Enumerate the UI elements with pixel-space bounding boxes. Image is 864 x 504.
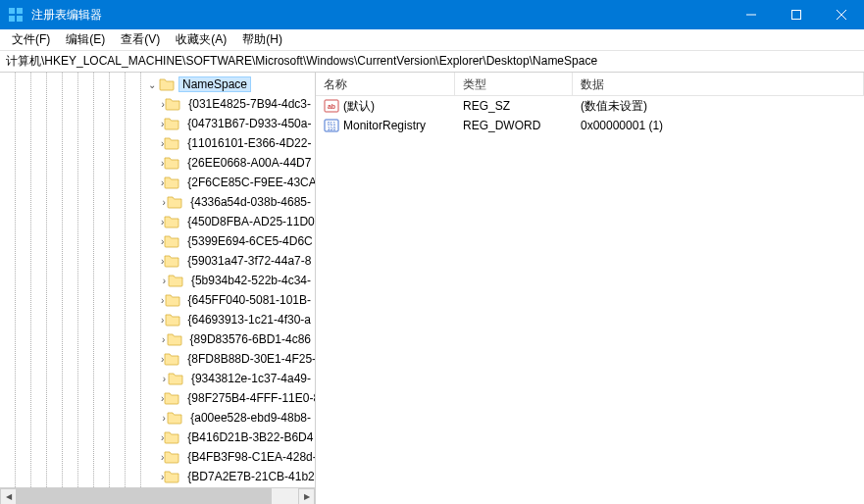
tree-pane: ⌄NameSpace›{031E4825-7B94-4dc3-›{04731B6… bbox=[0, 73, 316, 504]
tree-node-label: {5b934b42-522b-4c34- bbox=[187, 273, 315, 288]
menu-favorites[interactable]: 收藏夹(A) bbox=[168, 29, 234, 50]
tree-node-label: {B416D21B-3B22-B6D4 bbox=[183, 429, 315, 445]
address-bar[interactable]: 计算机\HKEY_LOCAL_MACHINE\SOFTWARE\Microsof… bbox=[0, 51, 864, 73]
maximize-button[interactable] bbox=[774, 0, 819, 29]
app-icon bbox=[8, 7, 24, 23]
scroll-track[interactable] bbox=[17, 488, 298, 505]
tree-node[interactable]: ›{5399E694-6CE5-4D6C bbox=[0, 231, 315, 251]
tree-node[interactable]: ›{4336a54d-038b-4685- bbox=[0, 192, 315, 212]
tree-node[interactable]: ›{2F6CE85C-F9EE-43CA- bbox=[0, 173, 315, 192]
svg-rect-5 bbox=[792, 11, 801, 20]
value-name: MonitorRegistry bbox=[343, 119, 426, 132]
tree-node-label: {450D8FBA-AD25-11D0 bbox=[183, 214, 315, 229]
tree-node[interactable]: ›{8FD8B88D-30E1-4F25- bbox=[0, 349, 315, 369]
tree-node[interactable]: ›{9343812e-1c37-4a49- bbox=[0, 369, 315, 388]
tree-node-label: {9343812e-1c37-4a49- bbox=[187, 371, 315, 386]
scroll-right-button[interactable]: ▶ bbox=[298, 488, 315, 505]
folder-icon bbox=[164, 430, 179, 444]
tree-node[interactable]: ›{B4FB3F98-C1EA-428d- bbox=[0, 447, 315, 467]
folder-icon bbox=[164, 450, 179, 464]
value-row[interactable]: ab(默认)REG_SZ(数值未设置) bbox=[316, 96, 864, 116]
minimize-button[interactable] bbox=[729, 0, 774, 29]
value-data: 0x00000001 (1) bbox=[573, 119, 864, 132]
close-button[interactable] bbox=[819, 0, 864, 29]
folder-icon bbox=[164, 391, 179, 405]
tree-node[interactable]: ›{B416D21B-3B22-B6D4 bbox=[0, 428, 315, 447]
svg-text:110: 110 bbox=[328, 126, 336, 131]
svg-rect-1 bbox=[17, 8, 23, 14]
folder-icon bbox=[167, 195, 182, 209]
scroll-left-button[interactable]: ◀ bbox=[0, 488, 17, 505]
title-bar: 注册表编辑器 bbox=[0, 0, 864, 29]
tree-node[interactable]: ›{98F275B4-4FFF-11E0-8 bbox=[0, 388, 315, 408]
expand-icon[interactable]: › bbox=[161, 276, 168, 286]
svg-rect-0 bbox=[9, 8, 15, 14]
menu-view[interactable]: 查看(V) bbox=[113, 29, 168, 50]
tree-node-label: {59031a47-3f72-44a7-8 bbox=[183, 253, 315, 269]
folder-icon bbox=[164, 117, 179, 130]
tree-node-label: {a00ee528-ebd9-48b8- bbox=[186, 410, 315, 426]
tree-node[interactable]: ›{89D83576-6BD1-4c86 bbox=[0, 329, 315, 349]
svg-text:ab: ab bbox=[328, 103, 335, 110]
tree-node-label: {BD7A2E7B-21CB-41b2 bbox=[183, 469, 315, 484]
menu-bar: 文件(F) 编辑(E) 查看(V) 收藏夹(A) 帮助(H) bbox=[0, 29, 864, 51]
svg-rect-3 bbox=[17, 16, 23, 22]
folder-icon bbox=[167, 411, 182, 425]
tree-node[interactable]: ›{450D8FBA-AD25-11D0 bbox=[0, 212, 315, 231]
tree-node-label: {4336a54d-038b-4685- bbox=[186, 194, 315, 210]
menu-edit[interactable]: 编辑(E) bbox=[58, 29, 113, 50]
folder-icon bbox=[168, 274, 183, 287]
folder-icon bbox=[165, 313, 180, 327]
tree-node-label: {5399E694-6CE5-4D6C bbox=[183, 233, 315, 249]
value-type: REG_DWORD bbox=[455, 119, 573, 132]
folder-icon bbox=[164, 254, 179, 268]
tree-node[interactable]: ›{031E4825-7B94-4dc3- bbox=[0, 94, 315, 114]
binary-value-icon: 011110 bbox=[324, 118, 339, 133]
value-name: (默认) bbox=[343, 98, 375, 115]
folder-icon bbox=[164, 136, 179, 150]
window-title: 注册表编辑器 bbox=[31, 7, 729, 24]
tree-node-label: {64693913-1c21-4f30-a bbox=[184, 312, 315, 328]
folder-icon bbox=[168, 372, 183, 385]
scroll-thumb[interactable] bbox=[17, 488, 272, 505]
values-header: 名称 类型 数据 bbox=[316, 73, 864, 96]
tree-node-label: {2F6CE85C-F9EE-43CA- bbox=[183, 175, 315, 190]
tree-node[interactable]: ›{a00ee528-ebd9-48b8- bbox=[0, 408, 315, 428]
folder-icon bbox=[164, 234, 179, 248]
tree-body[interactable]: ⌄NameSpace›{031E4825-7B94-4dc3-›{04731B6… bbox=[0, 73, 315, 487]
tree-node-label: {11016101-E366-4D22- bbox=[183, 135, 315, 151]
folder-icon bbox=[165, 293, 180, 307]
tree-node[interactable]: ›{11016101-E366-4D22- bbox=[0, 133, 315, 153]
tree-node-label: {89D83576-6BD1-4c86 bbox=[186, 331, 315, 347]
tree-node[interactable]: ›{5b934b42-522b-4c34- bbox=[0, 271, 315, 290]
column-header-data[interactable]: 数据 bbox=[573, 73, 864, 95]
tree-node-label: {98F275B4-4FFF-11E0-8 bbox=[183, 390, 315, 406]
expand-icon[interactable]: › bbox=[161, 374, 168, 384]
tree-node[interactable]: ›{64693913-1c21-4f30-a bbox=[0, 310, 315, 329]
tree-node-label: {B4FB3F98-C1EA-428d- bbox=[183, 449, 315, 465]
tree-node[interactable]: ›{26EE0668-A00A-44D7 bbox=[0, 153, 315, 173]
folder-icon bbox=[165, 97, 180, 111]
tree-node[interactable]: ›{645FF040-5081-101B- bbox=[0, 290, 315, 310]
values-list[interactable]: ab(默认)REG_SZ(数值未设置)011110MonitorRegistry… bbox=[316, 96, 864, 504]
column-header-name[interactable]: 名称 bbox=[316, 73, 455, 95]
string-value-icon: ab bbox=[324, 98, 339, 114]
tree-node[interactable]: ›{04731B67-D933-450a- bbox=[0, 114, 315, 133]
tree-node[interactable]: ›{BD7A2E7B-21CB-41b2 bbox=[0, 467, 315, 486]
window-controls bbox=[729, 0, 864, 29]
folder-icon bbox=[164, 156, 179, 170]
svg-rect-2 bbox=[9, 16, 15, 22]
column-header-type[interactable]: 类型 bbox=[455, 73, 573, 95]
value-data: (数值未设置) bbox=[573, 98, 864, 115]
tree-node-label: {26EE0668-A00A-44D7 bbox=[183, 155, 315, 171]
folder-icon bbox=[164, 176, 179, 189]
tree-node[interactable]: ›{59031a47-3f72-44a7-8 bbox=[0, 251, 315, 271]
collapse-icon[interactable]: ⌄ bbox=[145, 79, 159, 90]
tree-node-label: {645FF040-5081-101B- bbox=[184, 292, 315, 308]
value-row[interactable]: 011110MonitorRegistryREG_DWORD0x00000001… bbox=[316, 116, 864, 135]
menu-file[interactable]: 文件(F) bbox=[4, 29, 58, 50]
tree-horizontal-scrollbar[interactable]: ◀ ▶ bbox=[0, 487, 315, 504]
tree-node-namespace[interactable]: ⌄NameSpace bbox=[0, 75, 315, 94]
values-pane: 名称 类型 数据 ab(默认)REG_SZ(数值未设置)011110Monito… bbox=[316, 73, 864, 504]
menu-help[interactable]: 帮助(H) bbox=[234, 29, 290, 50]
